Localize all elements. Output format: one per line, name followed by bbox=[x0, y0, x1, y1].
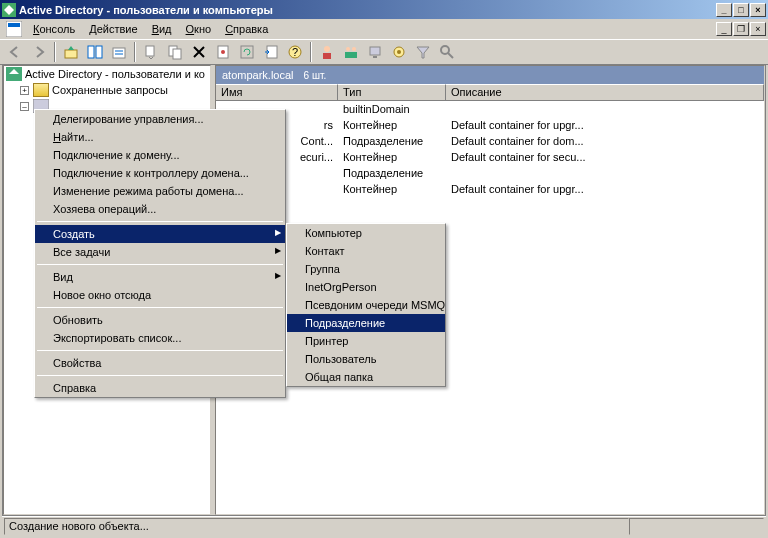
svg-point-18 bbox=[324, 46, 330, 52]
context-item[interactable]: Подключение к домену... bbox=[35, 146, 285, 164]
submenu-item[interactable]: Общая папка bbox=[287, 368, 445, 386]
submenu-item[interactable]: Пользователь bbox=[287, 350, 445, 368]
minimize-button[interactable]: _ bbox=[716, 3, 732, 17]
context-separator bbox=[37, 264, 283, 265]
window-controls: _ □ × bbox=[716, 3, 766, 17]
console-icon bbox=[6, 21, 22, 37]
ou-button[interactable] bbox=[388, 41, 410, 63]
delete-button[interactable] bbox=[188, 41, 210, 63]
context-item[interactable]: Обновить bbox=[35, 311, 285, 329]
cell-desc: Default container for dom... bbox=[446, 135, 764, 147]
close-button[interactable]: × bbox=[750, 3, 766, 17]
submenu-item[interactable]: Компьютер bbox=[287, 224, 445, 242]
expand-icon[interactable]: – bbox=[20, 102, 29, 111]
context-item[interactable]: Новое окно отсюда bbox=[35, 286, 285, 304]
menu-action[interactable]: Действие bbox=[82, 21, 144, 37]
svg-point-27 bbox=[441, 46, 449, 54]
back-button[interactable] bbox=[4, 41, 26, 63]
svg-rect-11 bbox=[173, 49, 181, 59]
context-item[interactable]: Экспортировать список... bbox=[35, 329, 285, 347]
submenu-item[interactable]: Группа bbox=[287, 260, 445, 278]
cut-button[interactable] bbox=[140, 41, 162, 63]
maximize-button[interactable]: □ bbox=[733, 3, 749, 17]
svg-line-28 bbox=[448, 53, 453, 58]
cell-type: builtinDomain bbox=[338, 103, 446, 115]
svg-rect-24 bbox=[373, 56, 377, 58]
submenu-item[interactable]: InetOrgPerson bbox=[287, 278, 445, 296]
tree-root-label: Active Directory - пользователи и ко bbox=[25, 68, 205, 80]
submenu-item[interactable]: Контакт bbox=[287, 242, 445, 260]
cell-type: Подразделение bbox=[338, 167, 446, 179]
list-row[interactable]: КонтейнерDefault container for upgr... bbox=[216, 181, 764, 197]
list-row[interactable]: rsКонтейнерDefault container for upgr... bbox=[216, 117, 764, 133]
list-row[interactable]: builtinDomain bbox=[216, 101, 764, 117]
mdi-minimize-button[interactable]: _ bbox=[716, 22, 732, 36]
context-item[interactable]: Делегирование управления... bbox=[35, 110, 285, 128]
context-item[interactable]: Вид bbox=[35, 268, 285, 286]
cell-type: Контейнер bbox=[338, 183, 446, 195]
context-item[interactable]: Подключение к контроллеру домена... bbox=[35, 164, 285, 182]
context-item[interactable]: Все задачи bbox=[35, 243, 285, 261]
context-separator bbox=[37, 221, 283, 222]
forward-button[interactable] bbox=[28, 41, 50, 63]
up-button[interactable] bbox=[60, 41, 82, 63]
help-button[interactable]: ? bbox=[284, 41, 306, 63]
ad-icon bbox=[6, 67, 22, 81]
cell-type: Контейнер bbox=[338, 119, 446, 131]
group-button[interactable] bbox=[340, 41, 362, 63]
status-text: Создание нового объекта... bbox=[4, 518, 629, 535]
tree-saved-queries[interactable]: + Сохраненные запросы bbox=[4, 82, 210, 98]
svg-rect-6 bbox=[113, 48, 125, 58]
expand-icon[interactable]: + bbox=[20, 86, 29, 95]
menu-window[interactable]: Окно bbox=[179, 21, 219, 37]
svg-rect-14 bbox=[241, 46, 253, 58]
context-item[interactable]: Свойства bbox=[35, 354, 285, 372]
col-desc[interactable]: Описание bbox=[446, 84, 764, 100]
context-separator bbox=[37, 350, 283, 351]
context-item[interactable]: Найти... bbox=[35, 128, 285, 146]
svg-rect-23 bbox=[370, 47, 380, 55]
submenu-item[interactable]: Подразделение bbox=[287, 314, 445, 332]
tree-root[interactable]: Active Directory - пользователи и ко bbox=[4, 66, 210, 82]
svg-rect-9 bbox=[146, 46, 154, 56]
svg-point-13 bbox=[221, 50, 225, 54]
menu-console[interactable]: Консоль bbox=[26, 21, 82, 37]
show-hide-button[interactable] bbox=[84, 41, 106, 63]
col-type[interactable]: Тип bbox=[338, 84, 446, 100]
context-item[interactable]: Справка bbox=[35, 379, 285, 397]
folder-icon bbox=[33, 83, 49, 97]
main-header-title: atompark.local bbox=[222, 69, 294, 81]
list-row[interactable]: Подразделение bbox=[216, 165, 764, 181]
context-separator bbox=[37, 307, 283, 308]
export-button[interactable] bbox=[260, 41, 282, 63]
status-cell-2 bbox=[629, 518, 764, 535]
find-button[interactable] bbox=[436, 41, 458, 63]
context-submenu-create[interactable]: КомпьютерКонтактГруппаInetOrgPersonПсевд… bbox=[286, 223, 446, 387]
properties-button[interactable] bbox=[108, 41, 130, 63]
status-bar: Создание нового объекта... bbox=[2, 516, 766, 536]
context-separator bbox=[37, 375, 283, 376]
copy-button[interactable] bbox=[164, 41, 186, 63]
list-row[interactable]: ecuri...КонтейнерDefault container for s… bbox=[216, 149, 764, 165]
context-item[interactable]: Изменение режима работы домена... bbox=[35, 182, 285, 200]
context-menu[interactable]: Делегирование управления...Найти...Подкл… bbox=[34, 109, 286, 398]
col-name[interactable]: Имя bbox=[216, 84, 338, 100]
list-row[interactable]: Cont...ПодразделениеDefault container fo… bbox=[216, 133, 764, 149]
user-button[interactable] bbox=[316, 41, 338, 63]
context-item[interactable]: Хозяева операций... bbox=[35, 200, 285, 218]
submenu-item[interactable]: Принтер bbox=[287, 332, 445, 350]
mdi-controls: _ ❐ × bbox=[716, 22, 766, 36]
menu-help[interactable]: Справка bbox=[218, 21, 275, 37]
refresh-button[interactable] bbox=[236, 41, 258, 63]
svg-rect-3 bbox=[65, 50, 77, 58]
computer-button[interactable] bbox=[364, 41, 386, 63]
props-button[interactable] bbox=[212, 41, 234, 63]
mdi-close-button[interactable]: × bbox=[750, 22, 766, 36]
cell-type: Подразделение bbox=[338, 135, 446, 147]
mdi-restore-button[interactable]: ❐ bbox=[733, 22, 749, 36]
toolbar-separator bbox=[310, 42, 312, 62]
menu-view[interactable]: Вид bbox=[145, 21, 179, 37]
filter-button[interactable] bbox=[412, 41, 434, 63]
context-item[interactable]: Создать bbox=[35, 225, 285, 243]
submenu-item[interactable]: Псевдоним очереди MSMQ bbox=[287, 296, 445, 314]
